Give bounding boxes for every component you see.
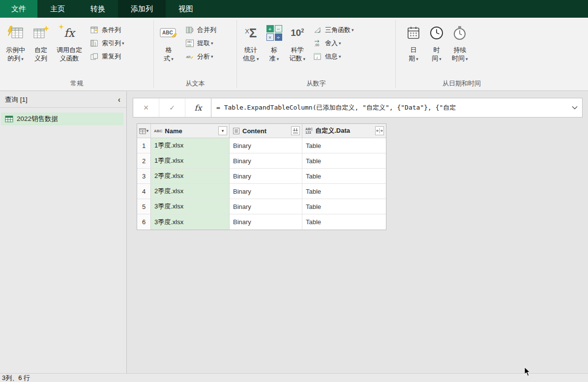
table-icon bbox=[139, 128, 146, 134]
tab-view[interactable]: 视图 bbox=[166, 0, 206, 18]
custom-column-icon bbox=[32, 23, 49, 43]
cell-name[interactable]: 3季度.xlsx bbox=[151, 199, 230, 214]
ribbon-group-label: 从文本 bbox=[154, 79, 236, 90]
cell-name[interactable]: 1季度.xlsx bbox=[151, 138, 230, 153]
query-list-item[interactable]: 2022销售数据 bbox=[1, 113, 123, 125]
tab-home[interactable]: 主页 bbox=[37, 0, 78, 18]
button-label: 重复列 bbox=[102, 52, 121, 61]
format-abc-icon: ABC bbox=[160, 23, 177, 43]
ribbon-group-label: 从日期和时间 bbox=[396, 79, 528, 90]
column-header-custom-data[interactable]: ABC 123 自定义.Data bbox=[302, 124, 386, 138]
cell-data[interactable]: Table bbox=[302, 214, 386, 230]
tab-transform[interactable]: 转换 bbox=[78, 0, 118, 18]
invoke-custom-function-button[interactable]: fx 调用自定 义函数 bbox=[54, 19, 85, 79]
row-number[interactable]: 1 bbox=[137, 138, 151, 153]
column-from-examples-button[interactable]: 示例中 的列▾ bbox=[3, 19, 28, 79]
formula-input[interactable]: = Table.ExpandTableColumn(已添加自定义, "自定义",… bbox=[211, 98, 567, 117]
row-number[interactable]: 4 bbox=[137, 184, 151, 199]
button-label-line: 记数 bbox=[290, 55, 302, 62]
row-number[interactable]: 5 bbox=[137, 199, 151, 214]
file-menu-button[interactable]: 文件 bbox=[0, 0, 37, 18]
button-label-line: 示例中 bbox=[6, 46, 25, 54]
dropdown-arrow-icon: ▾ bbox=[147, 128, 149, 133]
cell-data[interactable]: Table bbox=[302, 199, 386, 214]
ribbon-group-label: 常规 bbox=[0, 79, 153, 90]
button-label-line: 义列 bbox=[34, 55, 47, 62]
format-button[interactable]: ABC 格 式▾ bbox=[157, 19, 180, 79]
fx-button[interactable]: fx bbox=[185, 98, 211, 117]
scientific-button[interactable]: 102 科学 记数▾ bbox=[287, 19, 309, 79]
cell-name[interactable]: 3季度.xlsx bbox=[151, 214, 230, 230]
dropdown-arrow-icon: ▾ bbox=[339, 41, 341, 46]
rounding-button[interactable]: .00 舍入▾ bbox=[310, 36, 357, 50]
calendar-icon bbox=[406, 23, 421, 43]
expand-column-button[interactable] bbox=[375, 126, 384, 135]
trigonometry-button[interactable]: 三角函数▾ bbox=[310, 23, 357, 36]
button-label: 索引列 bbox=[102, 39, 121, 48]
merge-columns-icon bbox=[185, 26, 195, 34]
extract-button[interactable]: ABC123 提取▾ bbox=[182, 36, 219, 50]
dropdown-arrow-icon: ▾ bbox=[257, 57, 259, 61]
cell-content[interactable]: Binary bbox=[230, 214, 302, 230]
scientific-notation-icon: 102 bbox=[291, 23, 304, 43]
filter-dropdown-button[interactable]: ▾ bbox=[218, 126, 227, 135]
row-number[interactable]: 3 bbox=[137, 169, 151, 183]
button-label-line: 科学 bbox=[291, 46, 304, 54]
cell-name[interactable]: 2季度.xlsx bbox=[151, 184, 230, 199]
button-label: 三角函数 bbox=[325, 26, 351, 34]
button-label: 舍入 bbox=[325, 39, 338, 48]
query-table-icon bbox=[5, 115, 14, 123]
query-name: 2022销售数据 bbox=[17, 115, 58, 123]
expand-formula-bar-button[interactable] bbox=[567, 98, 582, 117]
statistics-button[interactable]: ΧΣ 统计 信息▾ bbox=[240, 19, 262, 79]
collapse-pane-icon[interactable]: ‹ bbox=[116, 95, 122, 104]
cell-content[interactable]: Binary bbox=[230, 138, 302, 153]
duplicate-column-button[interactable]: 重复列 bbox=[87, 50, 127, 63]
dropdown-arrow-icon: ▾ bbox=[416, 57, 418, 61]
combine-files-button[interactable] bbox=[291, 126, 300, 135]
rounding-icon: .00 bbox=[313, 39, 323, 47]
column-header-content[interactable]: Content bbox=[230, 124, 302, 138]
cell-data[interactable]: Table bbox=[302, 184, 386, 199]
cell-content[interactable]: Binary bbox=[230, 199, 302, 214]
button-label-line: 准 bbox=[269, 55, 276, 62]
commit-button[interactable]: ✓ bbox=[159, 98, 185, 117]
cell-name[interactable]: 2季度.xlsx bbox=[151, 169, 230, 183]
cell-data[interactable]: Table bbox=[302, 138, 386, 153]
ribbon-group-general: 示例中 的列▾ bbox=[0, 18, 153, 90]
conditional-column-button[interactable]: 条件列 bbox=[87, 23, 127, 36]
time-button[interactable]: 时 间▾ bbox=[426, 19, 447, 79]
cell-data[interactable]: Table bbox=[302, 153, 386, 168]
cell-content[interactable]: Binary bbox=[230, 153, 302, 168]
row-number[interactable]: 2 bbox=[137, 153, 151, 168]
date-button[interactable]: 日 期▾ bbox=[403, 19, 424, 79]
cell-content[interactable]: Binary bbox=[230, 184, 302, 199]
row-number[interactable]: 6 bbox=[137, 214, 151, 230]
index-column-button[interactable]: 12 索引列▾ bbox=[87, 36, 127, 50]
select-all-corner[interactable]: ▾ bbox=[137, 124, 151, 138]
button-label-line: 式 bbox=[164, 55, 170, 62]
merge-columns-button[interactable]: 合并列 bbox=[182, 23, 219, 36]
information-button[interactable]: i 信息▾ bbox=[310, 50, 357, 63]
cancel-icon: × bbox=[144, 103, 149, 113]
column-type-text-icon: ABC bbox=[154, 129, 162, 133]
duration-button[interactable]: 持续 时间▾ bbox=[449, 19, 471, 79]
dropdown-arrow-icon: ▾ bbox=[439, 57, 441, 61]
cell-content[interactable]: Binary bbox=[230, 169, 302, 183]
check-icon: ✓ bbox=[169, 104, 175, 112]
column-from-examples-icon bbox=[7, 23, 24, 43]
cell-data[interactable]: Table bbox=[302, 169, 386, 183]
custom-column-button[interactable]: 自定 义列 bbox=[29, 19, 52, 79]
cancel-button[interactable]: × bbox=[133, 98, 159, 117]
standard-button[interactable]: +−×÷ 标 准▾ bbox=[264, 19, 285, 79]
svg-text:ABC: ABC bbox=[187, 40, 193, 43]
column-header-name[interactable]: ABC Name ▾ bbox=[151, 124, 230, 138]
tab-add-column[interactable]: 添加列 bbox=[118, 0, 166, 18]
button-label: 分析 bbox=[197, 52, 210, 61]
svg-text:ab: ab bbox=[186, 55, 191, 59]
button-label-line: 格 bbox=[166, 46, 172, 54]
clock-icon bbox=[429, 23, 444, 43]
parse-button[interactable]: ab 分析▾ bbox=[182, 50, 219, 63]
cell-name[interactable]: 1季度.xlsx bbox=[151, 153, 230, 168]
button-label-line: 时间 bbox=[452, 55, 465, 62]
